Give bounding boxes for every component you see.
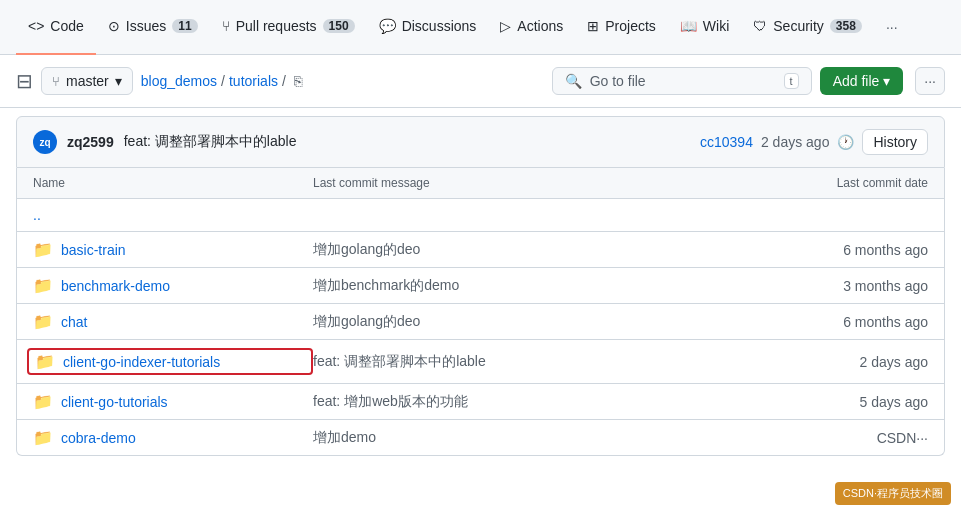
file-link[interactable]: .. bbox=[33, 207, 41, 223]
file-name-cell: 📁chat bbox=[33, 312, 313, 331]
table-row: 📁client-go-indexer-tutorialsfeat: 调整部署脚本… bbox=[17, 340, 944, 384]
file-name-cell: 📁benchmark-demo bbox=[33, 276, 313, 295]
commit-author[interactable]: zq2599 bbox=[67, 134, 114, 150]
tab-code[interactable]: <> Code bbox=[16, 0, 96, 55]
commit-time: 2 days ago bbox=[761, 134, 830, 150]
repo-link[interactable]: blog_demos bbox=[141, 73, 217, 89]
commit-message-cell: feat: 调整部署脚本中的lable bbox=[313, 353, 728, 371]
file-name-cell: 📁client-go-tutorials bbox=[33, 392, 313, 411]
file-name-cell: 📁cobra-demo bbox=[33, 428, 313, 447]
table-row: 📁cobra-demo增加demoCSDN··· bbox=[17, 420, 944, 455]
code-icon: <> bbox=[28, 18, 44, 34]
tab-issues[interactable]: ⊙ Issues 11 bbox=[96, 0, 210, 55]
file-link[interactable]: cobra-demo bbox=[61, 430, 136, 446]
folder-icon: 📁 bbox=[33, 312, 53, 331]
security-icon: 🛡 bbox=[753, 18, 767, 34]
tab-pull-requests[interactable]: ⑂ Pull requests 150 bbox=[210, 0, 367, 55]
table-row: 📁benchmark-demo增加benchmark的demo3 months … bbox=[17, 268, 944, 304]
folder-icon: 📁 bbox=[33, 276, 53, 295]
table-header: Name Last commit message Last commit dat… bbox=[17, 168, 944, 199]
repo-nav-icon[interactable]: ⊟ bbox=[16, 69, 33, 93]
commit-message-cell: 增加golang的deo bbox=[313, 313, 728, 331]
commit-message-cell: 增加golang的deo bbox=[313, 241, 728, 259]
wiki-icon: 📖 bbox=[680, 18, 697, 34]
table-row: 📁client-go-tutorialsfeat: 增加web版本的功能5 da… bbox=[17, 384, 944, 420]
commit-date-cell: 2 days ago bbox=[728, 354, 928, 370]
search-icon: 🔍 bbox=[565, 73, 582, 89]
more-options-button[interactable]: ··· bbox=[915, 67, 945, 95]
folder-icon: 📁 bbox=[35, 352, 55, 371]
col-message: Last commit message bbox=[313, 176, 728, 190]
table-row: 📁chat增加golang的deo6 months ago bbox=[17, 304, 944, 340]
table-row: 📁basic-train增加golang的deo6 months ago bbox=[17, 232, 944, 268]
tab-discussions[interactable]: 💬 Discussions bbox=[367, 0, 489, 55]
goto-file-search[interactable]: 🔍 Go to file t bbox=[552, 67, 812, 95]
folder-icon: 📁 bbox=[33, 240, 53, 259]
commit-date-cell: 6 months ago bbox=[728, 242, 928, 258]
avatar: zq bbox=[33, 130, 57, 154]
add-file-button[interactable]: Add file ▾ bbox=[820, 67, 904, 95]
commit-message-cell: 增加demo bbox=[313, 429, 728, 447]
commit-message-cell: 增加benchmark的demo bbox=[313, 277, 728, 295]
tab-security[interactable]: 🛡 Security 358 bbox=[741, 0, 874, 55]
breadcrumb: blog_demos / tutorials / ⎘ bbox=[141, 73, 302, 89]
issues-icon: ⊙ bbox=[108, 18, 120, 34]
chevron-down-icon: ▾ bbox=[883, 73, 890, 89]
file-table: Name Last commit message Last commit dat… bbox=[16, 168, 945, 456]
projects-icon: ⊞ bbox=[587, 18, 599, 34]
more-nav-button[interactable]: ··· bbox=[878, 11, 906, 43]
file-rows: ..📁basic-train增加golang的deo6 months ago📁b… bbox=[17, 199, 944, 455]
branch-label: master bbox=[66, 73, 109, 89]
copy-path-button[interactable]: ⎘ bbox=[294, 73, 302, 89]
table-row: .. bbox=[17, 199, 944, 232]
commit-meta: cc10394 2 days ago 🕐 History bbox=[700, 129, 928, 155]
file-link[interactable]: chat bbox=[61, 314, 87, 330]
file-name-cell: 📁basic-train bbox=[33, 240, 313, 259]
folder-icon: 📁 bbox=[33, 428, 53, 447]
file-name-cell: .. bbox=[33, 207, 313, 223]
commit-date-cell: CSDN··· bbox=[728, 430, 928, 446]
commit-date-cell: 5 days ago bbox=[728, 394, 928, 410]
pull-request-icon: ⑂ bbox=[222, 18, 230, 34]
clock-icon: 🕐 bbox=[837, 134, 854, 150]
tab-actions[interactable]: ▷ Actions bbox=[488, 0, 575, 55]
branch-selector[interactable]: ⑂ master ▾ bbox=[41, 67, 133, 95]
actions-icon: ▷ bbox=[500, 18, 511, 34]
file-link[interactable]: client-go-tutorials bbox=[61, 394, 168, 410]
file-link[interactable]: client-go-indexer-tutorials bbox=[63, 354, 220, 370]
path-link[interactable]: tutorials bbox=[229, 73, 278, 89]
commit-date-cell: 6 months ago bbox=[728, 314, 928, 330]
history-label: History bbox=[873, 134, 917, 150]
commit-message-cell: feat: 增加web版本的功能 bbox=[313, 393, 728, 411]
commit-bar: zq zq2599 feat: 调整部署脚本中的lable cc10394 2 … bbox=[16, 116, 945, 168]
commit-hash[interactable]: cc10394 bbox=[700, 134, 753, 150]
folder-icon: 📁 bbox=[33, 392, 53, 411]
top-navigation: <> Code ⊙ Issues 11 ⑂ Pull requests 150 … bbox=[0, 0, 961, 55]
col-date: Last commit date bbox=[728, 176, 928, 190]
chevron-down-icon: ▾ bbox=[115, 73, 122, 89]
file-name-cell: 📁client-go-indexer-tutorials bbox=[27, 348, 313, 375]
commit-date-cell: 3 months ago bbox=[728, 278, 928, 294]
discussions-icon: 💬 bbox=[379, 18, 396, 34]
tab-projects[interactable]: ⊞ Projects bbox=[575, 0, 668, 55]
branch-icon: ⑂ bbox=[52, 74, 60, 89]
file-link[interactable]: benchmark-demo bbox=[61, 278, 170, 294]
breadcrumb-bar: ⊟ ⑂ master ▾ blog_demos / tutorials / ⎘ … bbox=[0, 55, 961, 108]
history-button[interactable]: History bbox=[862, 129, 928, 155]
commit-message: feat: 调整部署脚本中的lable bbox=[124, 133, 690, 151]
tab-wiki[interactable]: 📖 Wiki bbox=[668, 0, 741, 55]
col-name: Name bbox=[33, 176, 313, 190]
file-link[interactable]: basic-train bbox=[61, 242, 126, 258]
